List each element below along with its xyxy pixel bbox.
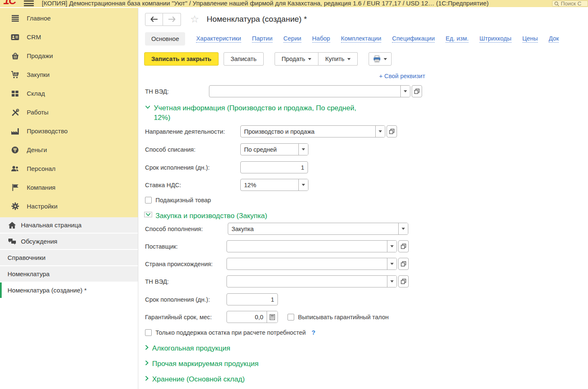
sidebar-item-prodazhi[interactable]: Продажи bbox=[0, 46, 138, 65]
open-button[interactable] bbox=[412, 85, 422, 97]
dropdown-button[interactable] bbox=[387, 241, 397, 252]
exec-days-input[interactable]: 1 bbox=[240, 161, 308, 173]
tab-kharakteristiki[interactable]: Характеристики bbox=[196, 35, 241, 43]
global-search-input[interactable]: Поиск C bbox=[552, 0, 588, 7]
print-button[interactable] bbox=[369, 52, 392, 66]
field-label: Поставщик: bbox=[145, 243, 227, 250]
field-row-tnved-top: ТН ВЭД: bbox=[145, 85, 422, 97]
replenish-days-input[interactable]: 1 bbox=[227, 293, 278, 305]
dropdown-button[interactable] bbox=[298, 144, 308, 155]
1c-logo-icon: 1С bbox=[3, 0, 15, 7]
back-button[interactable] bbox=[145, 13, 163, 26]
warranty-coupon-checkbox[interactable] bbox=[288, 314, 294, 320]
factory-icon bbox=[10, 127, 20, 135]
field-label: Страна происхождения: bbox=[145, 261, 227, 267]
dropdown-button[interactable] bbox=[387, 276, 397, 287]
contact-card-icon bbox=[10, 33, 20, 41]
save-and-close-button[interactable]: Записать и закрыть bbox=[144, 52, 219, 66]
sidebar-item-crm[interactable]: CRM bbox=[0, 28, 138, 46]
printer-icon bbox=[373, 56, 381, 62]
tools-icon bbox=[10, 108, 20, 117]
favorite-star-icon[interactable]: ☆ bbox=[190, 14, 199, 24]
open-button[interactable] bbox=[398, 258, 409, 270]
sidebar-item-dengi[interactable]: Деньги bbox=[0, 140, 138, 159]
tab-partii[interactable]: Партии bbox=[252, 35, 272, 43]
dropdown-button[interactable] bbox=[387, 258, 397, 270]
chevron-right-icon bbox=[145, 345, 149, 350]
sidebar-item-zakupki[interactable]: Закупки bbox=[0, 65, 138, 84]
chat-icon bbox=[8, 238, 17, 245]
section-title: Алкогольная продукция bbox=[152, 343, 230, 353]
replenish-select[interactable]: Закупка bbox=[228, 223, 408, 235]
excise-checkbox[interactable] bbox=[145, 197, 152, 203]
field-label: Ставка НДС: bbox=[145, 182, 240, 188]
field-row-replenish-days: Срок пополнения (дн.): 1 bbox=[145, 293, 278, 305]
writeoff-select[interactable]: По средней bbox=[240, 143, 308, 155]
dropdown-button[interactable] bbox=[375, 126, 385, 137]
sidebar-item-label: Персонал bbox=[27, 165, 56, 172]
chevron-down-icon bbox=[402, 228, 405, 230]
open-button[interactable] bbox=[387, 125, 397, 137]
tab-dokumenty[interactable]: Док bbox=[549, 35, 559, 43]
add-custom-attribute-link[interactable]: + Свой реквизит bbox=[379, 73, 425, 79]
sidebar-tab-nomenklatura[interactable]: Номенклатура bbox=[0, 266, 138, 282]
forward-button[interactable] bbox=[163, 13, 181, 26]
tab-serii[interactable]: Серии bbox=[283, 35, 301, 43]
activity-input[interactable]: Производство и продажа bbox=[240, 125, 385, 137]
section-purchase-header[interactable]: Закупка и производство (Закупка) bbox=[144, 211, 267, 221]
sidebar-item-personal[interactable]: Персонал bbox=[0, 159, 138, 178]
open-button[interactable] bbox=[398, 275, 409, 287]
supplier-input[interactable] bbox=[227, 240, 397, 252]
section-storage-header[interactable]: Хранение (Основной склад) bbox=[145, 374, 245, 384]
sidebar-item-sklad[interactable]: Склад bbox=[0, 84, 138, 103]
section-alcohol-header[interactable]: Алкогольная продукция bbox=[145, 343, 230, 353]
main-panel: ☆ Номенклатура (создание) * Основное Хар… bbox=[139, 8, 588, 389]
calculator-button[interactable] bbox=[267, 311, 277, 323]
title-bar: 1С [КОПИЯ] Демонстрационная база компани… bbox=[0, 0, 588, 7]
dropdown-button[interactable] bbox=[298, 179, 308, 191]
chevron-down-icon bbox=[347, 58, 351, 60]
sidebar-item-label: Склад bbox=[27, 90, 45, 97]
tab-komplektatsii[interactable]: Комплектации bbox=[341, 35, 381, 43]
sidebar-tab-nomenklatura-create[interactable]: Номенклатура (создание) * bbox=[0, 282, 138, 299]
buy-button[interactable]: Купить bbox=[318, 52, 358, 66]
field-label: Направление деятельности: bbox=[145, 128, 240, 135]
tab-tseny[interactable]: Цены bbox=[522, 35, 538, 43]
sidebar-item-label: Главное bbox=[27, 15, 51, 22]
sidebar-item-kompaniya[interactable]: Компания bbox=[0, 178, 138, 197]
sidebar-item-glavnoe[interactable]: Главное bbox=[0, 9, 138, 28]
sidebar-tab-spravochniki[interactable]: Справочники bbox=[0, 250, 138, 266]
sidebar-item-nastroyki[interactable]: Настройки bbox=[0, 197, 138, 216]
field-row-exec-days: Срок исполнения (дн.): 1 bbox=[145, 161, 308, 173]
tab-ed-izm[interactable]: Ед. изм. bbox=[445, 35, 468, 43]
sidebar-item-proizvodstvo[interactable]: Производство bbox=[0, 122, 138, 140]
section-accounting-header[interactable]: Учетная информация (Производство и прода… bbox=[145, 103, 373, 122]
tnved-top-input[interactable] bbox=[209, 85, 410, 97]
vat-select[interactable]: 12% bbox=[240, 179, 308, 191]
sell-button[interactable]: Продать bbox=[275, 52, 319, 66]
sidebar-item-raboty[interactable]: Работы bbox=[0, 103, 138, 122]
country-input[interactable] bbox=[227, 258, 397, 270]
tnved-input[interactable] bbox=[227, 275, 397, 287]
section-marked-header[interactable]: Прочая маркируемая продукция bbox=[145, 359, 259, 369]
left-sidebar: Главное CRM Продажи Закупки Склад Работы… bbox=[0, 8, 138, 389]
tab-osnovnoe[interactable]: Основное bbox=[145, 32, 185, 46]
field-row-support: Только поддержка остатка при расчете пот… bbox=[145, 329, 316, 336]
save-button[interactable]: Записать bbox=[224, 52, 264, 66]
tab-spetsifikatsii[interactable]: Спецификации bbox=[392, 35, 435, 43]
warranty-input[interactable]: 0,0 bbox=[227, 311, 278, 323]
sidebar-item-home-page[interactable]: Начальная страница bbox=[0, 217, 138, 234]
app-title: [КОПИЯ] Демонстрационная база компании "… bbox=[42, 0, 489, 7]
tab-nabor[interactable]: Набор bbox=[312, 35, 330, 43]
sidebar-item-discussions[interactable]: Обсуждения bbox=[0, 234, 138, 250]
help-icon[interactable]: ? bbox=[312, 329, 316, 336]
money-icon bbox=[10, 146, 20, 154]
dropdown-button[interactable] bbox=[400, 86, 410, 97]
open-button[interactable] bbox=[398, 240, 409, 252]
hamburger-menu-icon[interactable] bbox=[24, 0, 34, 6]
sidebar-tab-label: Справочники bbox=[8, 254, 46, 261]
sidebar-item-label: CRM bbox=[27, 33, 41, 41]
dropdown-button[interactable] bbox=[398, 223, 408, 234]
tab-shtrikhkody[interactable]: Штрихкоды bbox=[479, 35, 511, 43]
stock-support-checkbox[interactable] bbox=[145, 329, 152, 336]
